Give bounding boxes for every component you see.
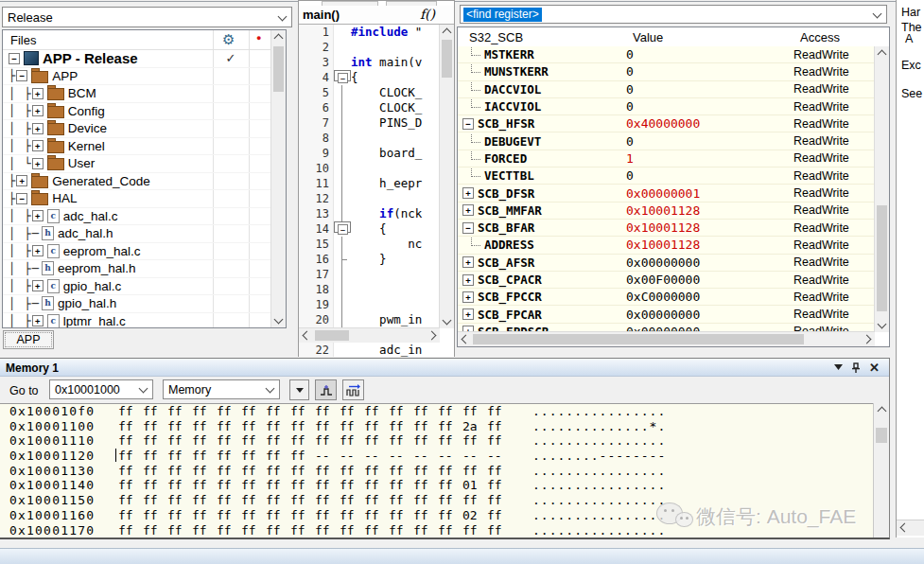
code-text[interactable]: { [351, 221, 387, 237]
register-value[interactable]: 1 [626, 151, 793, 166]
memory-byte[interactable]: ff [364, 464, 389, 479]
memory-byte[interactable]: ff [315, 493, 340, 508]
memory-ascii[interactable]: ................ [532, 523, 666, 538]
memory-byte[interactable]: ff [438, 433, 462, 449]
memory-byte[interactable]: -- [340, 449, 364, 464]
memory-ascii[interactable]: ................ [532, 493, 666, 508]
scroll-left-arrow[interactable] [458, 332, 472, 346]
scroll-up-arrow[interactable] [440, 25, 454, 39]
code-text[interactable]: PINS_D [351, 115, 422, 131]
memory-byte[interactable]: ff [266, 508, 290, 523]
memory-byte[interactable]: ff [290, 523, 315, 538]
memory-byte[interactable]: ff [364, 493, 389, 508]
code-text[interactable]: if(nck [351, 206, 422, 221]
memory-byte[interactable]: -- [364, 449, 389, 464]
memory-byte[interactable]: ff [167, 419, 192, 434]
line-number[interactable]: 2 [299, 40, 334, 55]
memory-byte[interactable]: ff [241, 523, 266, 538]
tree-item[interactable]: │ └+User [3, 155, 271, 173]
memory-byte[interactable]: ff [438, 493, 462, 508]
memory-byte[interactable]: ff [290, 508, 315, 523]
scrollbar-thumb[interactable] [473, 334, 804, 344]
expand-icon[interactable]: + [462, 291, 474, 303]
memory-byte[interactable]: ff [192, 419, 217, 434]
memory-byte[interactable]: ff [413, 508, 438, 523]
code-text[interactable]: pwm_in [351, 312, 422, 327]
memory-byte[interactable]: ff [487, 508, 512, 523]
memory-view-value[interactable]: Memory [168, 383, 211, 397]
scroll-right-arrow[interactable] [426, 328, 440, 343]
memory-byte[interactable]: ff [143, 508, 167, 523]
expand-icon[interactable]: + [462, 274, 474, 286]
memory-byte[interactable]: ff [438, 419, 462, 434]
memory-byte[interactable]: ff [389, 433, 413, 449]
register-value[interactable]: 0 [626, 47, 793, 62]
memory-byte[interactable]: ff [167, 449, 192, 464]
line-number[interactable]: 11 [299, 176, 334, 191]
memory-byte[interactable]: ff [290, 404, 315, 419]
line-number[interactable]: 14 [299, 221, 334, 237]
tree-item[interactable]: ├−APP [3, 68, 271, 86]
memory-byte[interactable]: ff [241, 464, 266, 479]
memory-byte[interactable]: ff [340, 419, 364, 434]
memory-byte[interactable]: ff [438, 478, 462, 493]
register-row[interactable]: DACCVIOL0ReadWrite [458, 81, 875, 98]
window-menu-icon[interactable] [831, 361, 846, 374]
memory-byte[interactable]: ff [389, 508, 413, 523]
scrollbar-thumb[interactable] [442, 40, 452, 78]
memory-byte[interactable]: ff [143, 433, 167, 449]
tree-item[interactable]: │ ├+adc_hal.c [3, 208, 271, 226]
line-number[interactable]: 17 [299, 267, 334, 282]
goto-address-value[interactable]: 0x10001000 [55, 383, 120, 397]
memory-byte[interactable]: ff [413, 404, 438, 419]
memory-byte[interactable]: ff [389, 493, 413, 508]
memory-byte[interactable]: ff [413, 419, 438, 434]
tree-item[interactable]: │ ├─gpio_hal.h [3, 295, 271, 313]
register-value[interactable]: 0 [626, 82, 793, 97]
memory-byte[interactable]: ff [438, 508, 462, 523]
memory-options-dropdown-button[interactable] [289, 379, 309, 400]
scroll-left-arrow[interactable] [299, 328, 313, 343]
memory-byte[interactable]: -- [438, 449, 462, 464]
line-number[interactable]: 9 [299, 146, 334, 161]
memory-byte[interactable]: ff [217, 433, 241, 449]
find-register-input[interactable]: <find register> [463, 8, 542, 22]
memory-byte[interactable]: ff [217, 449, 241, 464]
live-update-button[interactable] [315, 379, 337, 400]
memory-byte[interactable]: ff [389, 478, 413, 493]
register-value[interactable]: 0 [626, 99, 793, 114]
memory-byte[interactable]: ff [241, 404, 266, 419]
expand-icon[interactable]: + [462, 256, 474, 268]
memory-byte[interactable]: ff [364, 523, 389, 538]
tree-item[interactable]: │ ├+eeprom_hal.c [3, 243, 271, 261]
memory-view-combobox[interactable]: Memory [163, 379, 280, 399]
expand-icon[interactable]: + [462, 187, 474, 199]
memory-byte[interactable]: ff [438, 464, 462, 479]
memory-byte[interactable]: ff [290, 464, 315, 479]
function-list-icon[interactable]: f() [420, 7, 435, 22]
tree-item[interactable]: │ ├+lptmr_hal.c [3, 313, 271, 328]
line-number[interactable]: 19 [299, 297, 334, 312]
code-text[interactable]: { [351, 70, 358, 85]
fold-margin[interactable] [334, 221, 351, 233]
refresh-trace-button[interactable] [342, 379, 364, 400]
tree-item[interactable]: │ ├+Config [3, 103, 271, 121]
tree-item[interactable]: │ ├+Device [3, 120, 271, 138]
line-number[interactable]: 22 [299, 343, 334, 357]
memory-byte[interactable]: ff [315, 523, 340, 538]
code-text[interactable]: CLOCK_ [351, 85, 422, 100]
memory-byte[interactable]: 01 [462, 478, 487, 493]
memory-byte[interactable]: ff [389, 404, 413, 419]
memory-byte[interactable]: ff [192, 523, 217, 538]
scroll-up-arrow[interactable] [874, 403, 889, 417]
memory-byte[interactable]: ff [266, 493, 290, 508]
register-row[interactable]: MSTKERR0ReadWrite [458, 46, 875, 63]
memory-byte[interactable]: ff [241, 508, 266, 523]
register-row[interactable]: +SCB_FPCAR0x00000000ReadWrite [458, 306, 875, 323]
memory-byte[interactable]: ff [143, 493, 167, 508]
memory-ascii[interactable]: ................ [532, 478, 666, 493]
memory-byte[interactable]: ff [143, 464, 167, 479]
memory-byte[interactable]: ff [290, 433, 315, 449]
code-text[interactable]: nc [351, 237, 422, 252]
memory-byte[interactable]: ff [413, 464, 438, 479]
